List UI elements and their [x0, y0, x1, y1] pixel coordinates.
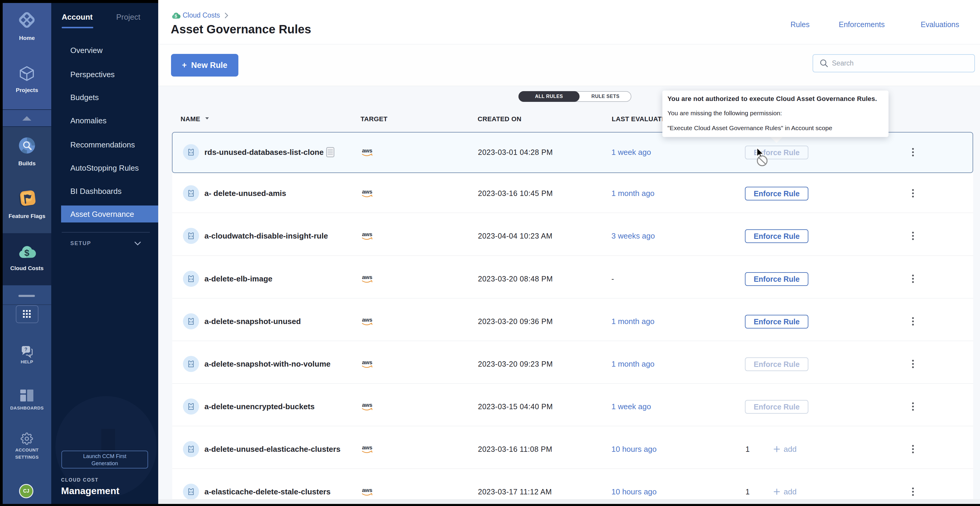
- svg-text:?: ?: [24, 347, 27, 352]
- svg-text:$: $: [175, 13, 177, 19]
- svg-text:$: $: [24, 248, 30, 258]
